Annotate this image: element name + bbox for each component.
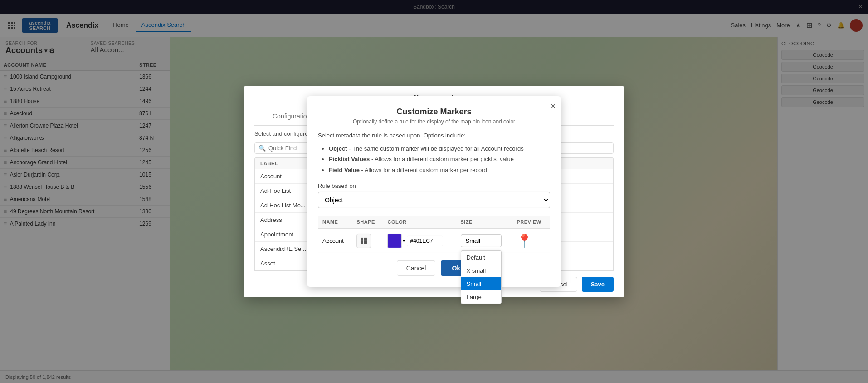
inner-dialog-close-button[interactable]: × [551,102,556,111]
size-select[interactable]: Small [461,234,502,247]
rule-select[interactable]: Object Picklist Values Field Value [318,192,550,208]
list-item: Object - The same custom marker will be … [329,143,550,154]
inner-cancel-button[interactable]: Cancel [397,260,436,276]
list-item: Field Value - Allows for a different cus… [329,165,550,175]
markers-col-size: SIZE [456,216,512,229]
inner-dialog-subtitle: Optionally define a rule for the display… [318,118,550,125]
markers-table: NAME SHAPE COLOR SIZE PREVIEW Account [318,216,550,253]
svg-rect-12 [364,241,367,244]
svg-rect-9 [361,238,363,241]
markers-col-preview: PREVIEW [512,216,550,229]
marker-preview-cell: 📍 [512,229,550,253]
markers-col-name: NAME [318,216,352,229]
inner-dialog-actions: Cancel Ok [318,260,550,276]
customize-markers-dialog: × Customize Markers Optionally define a … [307,96,561,287]
markers-col-color: COLOR [383,216,456,229]
setup-save-button[interactable]: Save [582,277,614,292]
pin-preview: 📍 [517,234,532,248]
rule-based-label: Rule based on [318,182,550,189]
size-dropdown-popup: Default X small Small Large [461,250,502,304]
marker-color-cell: ▾ [383,229,456,253]
marker-shape-cell [352,229,383,253]
marker-row-account: Account ▾ [318,229,550,253]
size-option-default[interactable]: Default [461,251,501,264]
dropdown-arrow[interactable]: ▾ [403,238,405,243]
search-icon: 🔍 [258,145,266,152]
inner-dialog-title: Customize Markers [318,107,550,117]
size-option-xsmall[interactable]: X small [461,264,501,277]
dialog-backdrop: Ascendix Search Setup Configuration Obje… [0,0,868,383]
svg-rect-10 [364,238,367,241]
size-option-large[interactable]: Large [461,290,501,304]
marker-name: Account [318,229,352,253]
color-hex-input[interactable] [407,236,443,246]
setup-dialog: Ascendix Search Setup Configuration Obje… [244,86,624,297]
shape-button[interactable] [356,234,371,248]
color-box[interactable] [387,234,402,248]
list-item: Picklist Values - Allows for a different… [329,154,550,164]
marker-size-cell: Small Default X small Small Large [456,229,512,253]
markers-col-shape: SHAPE [352,216,383,229]
size-dropdown-container: Small Default X small Small Large [461,234,502,247]
inner-dialog-desc: Select metadata the rule is based upon. … [318,132,550,139]
svg-rect-11 [361,241,363,244]
size-option-small[interactable]: Small [461,277,501,290]
inner-dialog-list: Object - The same custom marker will be … [318,143,550,175]
